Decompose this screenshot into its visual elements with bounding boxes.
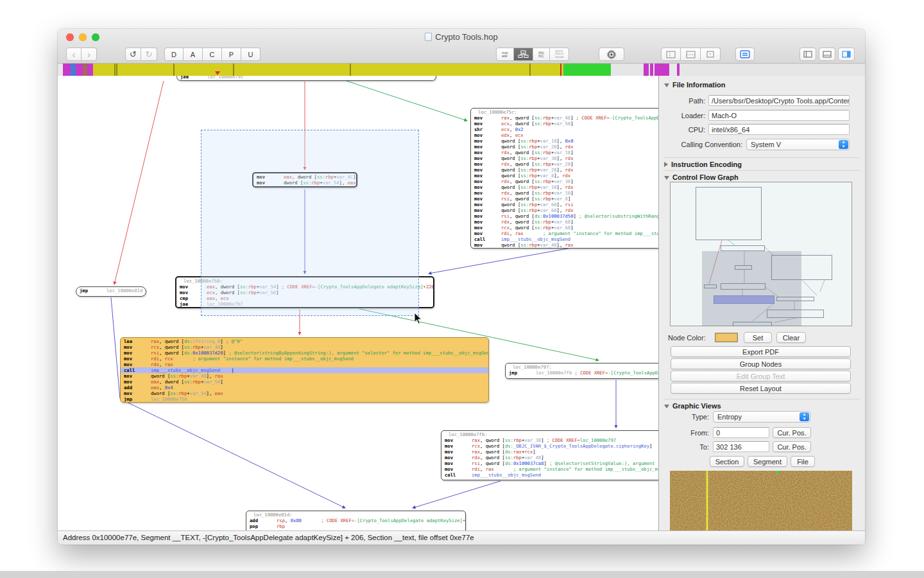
code-block-e75c[interactable]: loc_10000e75c:movrax, qword [ss:rbp+var_…: [470, 108, 658, 249]
control-flow-graph-canvas[interactable]: jaeloc_10000e79cloc_10000e75c:movrax, qw…: [58, 76, 658, 530]
to-label: To:: [659, 443, 709, 451]
nav-tick: [173, 64, 175, 76]
mouse-cursor: [414, 312, 423, 328]
section-control-flow-graph[interactable]: Control Flow Graph: [664, 170, 860, 181]
window-title: Crypto Tools.hop: [58, 32, 865, 42]
history-nav-group: ‹ ›: [66, 48, 97, 61]
export-pdf-button[interactable]: Export PDF: [671, 346, 851, 357]
group-nodes-button[interactable]: Group Nodes: [671, 358, 851, 369]
node-color-label: Node Color:: [668, 334, 713, 342]
file-range-button[interactable]: File: [791, 456, 815, 467]
reset-layout-button[interactable]: Reset Layout: [671, 383, 851, 394]
mode-button-p[interactable]: P: [222, 48, 241, 61]
to-field[interactable]: 302 136: [713, 441, 769, 452]
nav-tick: [233, 64, 234, 76]
entropy-graphic[interactable]: [670, 471, 852, 530]
bottom-panel-toggle[interactable]: [819, 48, 835, 61]
bottom-panel-icon: [823, 51, 832, 58]
disclosure-down-icon: [664, 405, 669, 408]
undo-redo-group: ↺ ↻: [125, 48, 157, 61]
single-pane-icon: [706, 51, 714, 58]
cfg-icon: [518, 50, 529, 58]
cfg-minimap[interactable]: [670, 182, 852, 326]
section-graphic-views[interactable]: Graphic Views: [664, 399, 860, 410]
from-label: From:: [659, 429, 709, 437]
type-label: Type:: [659, 413, 709, 421]
toolbar: ‹ › ↺ ↻ D A C P U movadd: [58, 46, 865, 64]
entropy-cursor-line: [706, 471, 708, 530]
code-block-e81d[interactable]: loc_10000e81d:addrsp, 0x80 ; CODE XREF=-…: [246, 511, 466, 530]
code-block-sel-pair[interactable]: moveax, dword [ss:rbp+var_4C]movdword [s…: [252, 172, 357, 188]
minimap-viewport[interactable]: [702, 251, 801, 326]
navigation-strip[interactable]: [58, 64, 865, 76]
calling-convention-select[interactable]: System V ▲▼: [746, 139, 850, 150]
pseudocode-view-button[interactable]: if(b)f(x);: [533, 48, 550, 61]
nav-tick: [116, 64, 117, 76]
code-block-jmp-81d[interactable]: jmploc_10000e81d: [76, 286, 146, 297]
inspector-sidebar: File Information Path: /Users/bsr/Deskto…: [658, 76, 865, 530]
list-panel-button[interactable]: [735, 48, 755, 61]
section-range-button[interactable]: Section: [710, 456, 744, 467]
nav-segment: [563, 64, 611, 76]
panel-toggle-group: [800, 48, 855, 61]
undo-button[interactable]: ↺: [125, 48, 141, 61]
assembly-view-button[interactable]: movadd: [496, 48, 514, 61]
forward-icon: ›: [87, 49, 90, 60]
mode-button-a[interactable]: A: [184, 48, 203, 61]
node-color-swatch[interactable]: [715, 333, 738, 342]
loader-label: Loader:: [659, 112, 705, 119]
section-instruction-encoding[interactable]: Instruction Encoding: [664, 157, 860, 168]
code-block-e750[interactable]: loc_10000e750:moveax, dword [ss:rbp+var_…: [175, 276, 434, 308]
segment-range-button[interactable]: Segment: [748, 456, 787, 467]
back-icon: ‹: [73, 49, 76, 60]
to-cur-pos-button[interactable]: Cur. Pos.: [773, 441, 811, 452]
nav-tick: [529, 64, 531, 76]
nav-segment: [93, 64, 563, 76]
redo-icon: ↻: [146, 49, 153, 59]
cpu-label: CPU:: [659, 126, 705, 134]
stepper-icon: ▲▼: [800, 412, 809, 421]
clear-node-color-button[interactable]: Clear: [776, 332, 806, 343]
inspector-list-group: [735, 48, 755, 61]
right-panel-icon: [842, 51, 851, 58]
mode-button-u[interactable]: U: [241, 48, 261, 61]
split-horizontal-button[interactable]: [681, 48, 701, 61]
code-block-jae-top[interactable]: jaeloc_10000e79c: [176, 76, 436, 81]
minimap-node: [721, 245, 765, 251]
back-button[interactable]: ‹: [66, 48, 81, 61]
path-label: Path:: [659, 97, 705, 105]
type-select[interactable]: Entropy ▲▼: [713, 411, 810, 423]
code-block-e7fb[interactable]: loc_10000e7fb:movrax, qword [ss:rbp+var_…: [441, 430, 658, 480]
edit-group-text-button[interactable]: Edit Group Text: [671, 371, 851, 381]
nav-tick: [114, 64, 116, 76]
code-block-orange-loop[interactable]: learax, qword [ds:cfstring_0] ; @"0"movr…: [120, 337, 489, 403]
disclosure-down-icon: [664, 83, 669, 87]
mode-button-d[interactable]: D: [164, 48, 184, 61]
redo-button[interactable]: ↻: [141, 48, 157, 61]
hex-view-button[interactable]: 489f787841722b4a6b: [550, 48, 569, 61]
split-vertical-button[interactable]: [661, 48, 681, 61]
right-panel-toggle[interactable]: [838, 48, 855, 61]
left-panel-toggle[interactable]: [800, 48, 816, 61]
cpu-field[interactable]: intel/x86_64: [708, 124, 850, 135]
disclosure-right-icon: [664, 162, 668, 167]
from-field[interactable]: 0: [713, 427, 769, 438]
single-pane-button[interactable]: [701, 48, 721, 61]
forward-button[interactable]: ›: [81, 48, 97, 61]
mode-button-c[interactable]: C: [203, 48, 222, 61]
section-file-information[interactable]: File Information: [664, 81, 726, 89]
status-text: Address 0x10000e77e, Segment __TEXT, -[C…: [63, 534, 474, 541]
from-cur-pos-button[interactable]: Cur. Pos.: [773, 427, 811, 438]
path-field[interactable]: /Users/bsr/Desktop/Crypto Tools.app/Cont…: [708, 95, 850, 106]
nav-segment: [63, 64, 71, 76]
cpu-button[interactable]: [599, 48, 624, 61]
loader-field[interactable]: Mach-O: [708, 110, 850, 121]
title-bar: Crypto Tools.hop: [58, 29, 865, 46]
code-block-e797[interactable]: loc_10000e797:jmploc_10000e7fb ; CODE XR…: [505, 363, 658, 379]
desktop-edge: [0, 571, 924, 578]
cpu-group: [599, 48, 624, 61]
set-node-color-button[interactable]: Set: [744, 332, 772, 343]
cfg-view-button[interactable]: [514, 48, 533, 61]
layout-segment-group: [661, 48, 721, 61]
stepper-icon: ▲▼: [839, 140, 848, 149]
